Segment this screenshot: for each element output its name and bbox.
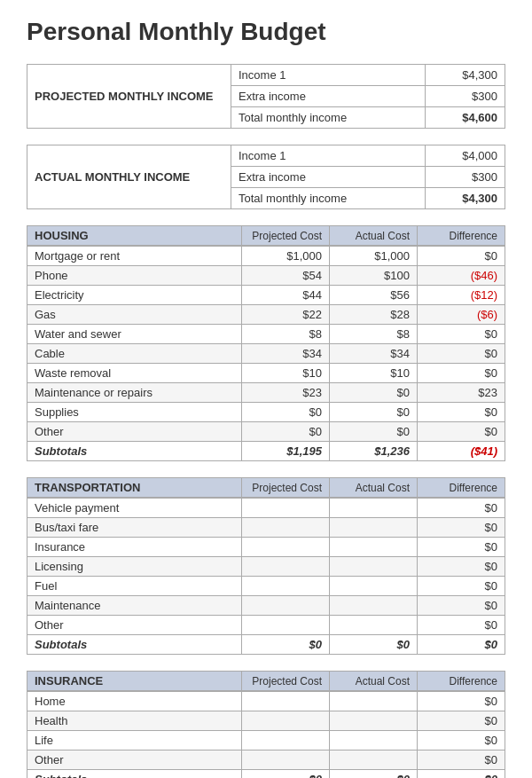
row-actual xyxy=(330,616,418,635)
row-item-name: Other xyxy=(27,616,242,635)
row-projected xyxy=(242,557,330,577)
row-actual: $0 xyxy=(330,383,418,403)
row-item-name: Waste removal xyxy=(27,364,242,383)
table-row: Insurance$0 xyxy=(27,538,505,557)
actual-income-table: ACTUAL MONTHLY INCOME Income 1 $4,000 Ex… xyxy=(27,145,505,209)
row-item-name: Insurance xyxy=(27,538,242,557)
subtotal-projected: $0 xyxy=(242,770,330,779)
actual-income-label: ACTUAL MONTHLY INCOME xyxy=(27,145,231,209)
row-diff: $0 xyxy=(418,538,505,557)
row-item-name: Supplies xyxy=(27,403,242,422)
table-row: Supplies$0$0$0 xyxy=(27,403,505,422)
row-item-name: Maintenance or repairs xyxy=(27,383,242,403)
actual-income-value-1: $4,000 xyxy=(426,145,505,167)
row-actual xyxy=(330,692,418,711)
subtotal-projected: $0 xyxy=(242,635,330,655)
actual-income-value-2: $300 xyxy=(426,167,505,188)
row-actual: $34 xyxy=(330,344,418,364)
row-actual xyxy=(330,577,418,596)
row-diff: $0 xyxy=(418,518,505,538)
housing-label: HOUSING xyxy=(27,226,242,246)
row-diff: $0 xyxy=(418,750,505,770)
row-item-name: Maintenance xyxy=(27,596,242,616)
transportation-data-table: Vehicle payment$0Bus/taxi fare$0Insuranc… xyxy=(27,498,505,655)
transportation-section: TRANSPORTATION Projected Cost Actual Cos… xyxy=(27,477,505,655)
table-row: Health$0 xyxy=(27,711,505,731)
row-diff: $0 xyxy=(418,692,505,711)
row-diff: $0 xyxy=(418,325,505,344)
subtotal-actual: $0 xyxy=(330,635,418,655)
row-item-name: Bus/taxi fare xyxy=(27,518,242,538)
row-diff: $0 xyxy=(418,616,505,635)
row-actual: $0 xyxy=(330,422,418,442)
transportation-col-projected: Projected Cost xyxy=(242,478,330,498)
table-row: Mortgage or rent$1,000$1,000$0 xyxy=(27,247,505,266)
insurance-col-diff: Difference xyxy=(418,672,505,691)
table-row: Maintenance$0 xyxy=(27,596,505,616)
projected-income-name-2: Extra income xyxy=(231,86,426,107)
row-diff: $0 xyxy=(418,344,505,364)
housing-col-actual: Actual Cost xyxy=(330,226,418,246)
row-projected xyxy=(242,731,330,750)
row-projected: $1,000 xyxy=(242,247,330,266)
insurance-label: INSURANCE xyxy=(27,672,242,691)
row-actual: $28 xyxy=(330,305,418,325)
row-item-name: Mortgage or rent xyxy=(27,247,242,266)
housing-header-row: HOUSING Projected Cost Actual Cost Diffe… xyxy=(27,226,505,246)
projected-income-name-1: Income 1 xyxy=(231,65,426,86)
transportation-col-diff: Difference xyxy=(418,478,505,498)
projected-income-label: PROJECTED MONTHLY INCOME xyxy=(27,65,231,129)
projected-income-value-1: $4,300 xyxy=(426,65,505,86)
row-diff: $0 xyxy=(418,711,505,731)
row-projected xyxy=(242,499,330,518)
row-item-name: Phone xyxy=(27,266,242,286)
row-projected: $44 xyxy=(242,286,330,305)
subtotal-name: Subtotals xyxy=(27,635,242,655)
row-actual xyxy=(330,499,418,518)
page-title: Personal Monthly Budget xyxy=(27,18,505,46)
subtotal-projected: $1,195 xyxy=(242,442,330,461)
table-row: Bus/taxi fare$0 xyxy=(27,518,505,538)
row-item-name: Vehicle payment xyxy=(27,499,242,518)
subtotal-row: Subtotals$0$0$0 xyxy=(27,635,505,655)
row-projected: $54 xyxy=(242,266,330,286)
subtotal-row: Subtotals$1,195$1,236($41) xyxy=(27,442,505,461)
housing-col-projected: Projected Cost xyxy=(242,226,330,246)
row-item-name: Gas xyxy=(27,305,242,325)
table-row: Other$0 xyxy=(27,750,505,770)
row-item-name: Other xyxy=(27,750,242,770)
row-item-name: Life xyxy=(27,731,242,750)
table-row: Electricity$44$56($12) xyxy=(27,286,505,305)
table-row: Other$0$0$0 xyxy=(27,422,505,442)
actual-income-section: ACTUAL MONTHLY INCOME Income 1 $4,000 Ex… xyxy=(27,145,505,209)
row-item-name: Water and sewer xyxy=(27,325,242,344)
insurance-col-actual: Actual Cost xyxy=(330,672,418,691)
insurance-data-table: Home$0Health$0Life$0Other$0Subtotals$0$0… xyxy=(27,691,505,778)
subtotal-name: Subtotals xyxy=(27,770,242,779)
row-diff: $0 xyxy=(418,577,505,596)
row-diff: ($6) xyxy=(418,305,505,325)
row-diff: $0 xyxy=(418,422,505,442)
row-diff: $23 xyxy=(418,383,505,403)
row-diff: $0 xyxy=(418,596,505,616)
row-item-name: Electricity xyxy=(27,286,242,305)
row-actual xyxy=(330,711,418,731)
row-projected xyxy=(242,596,330,616)
actual-income-total-value: $4,300 xyxy=(426,188,505,209)
actual-income-name-1: Income 1 xyxy=(231,145,426,167)
subtotal-diff: $0 xyxy=(418,770,505,779)
row-actual xyxy=(330,538,418,557)
row-item-name: Home xyxy=(27,692,242,711)
table-row: Home$0 xyxy=(27,692,505,711)
row-projected xyxy=(242,692,330,711)
projected-income-total-value: $4,600 xyxy=(426,107,505,129)
table-row: Gas$22$28($6) xyxy=(27,305,505,325)
row-projected xyxy=(242,750,330,770)
row-actual: $0 xyxy=(330,403,418,422)
row-actual: $8 xyxy=(330,325,418,344)
row-diff: ($12) xyxy=(418,286,505,305)
row-diff: $0 xyxy=(418,499,505,518)
row-actual: $56 xyxy=(330,286,418,305)
row-actual xyxy=(330,557,418,577)
row-actual xyxy=(330,731,418,750)
